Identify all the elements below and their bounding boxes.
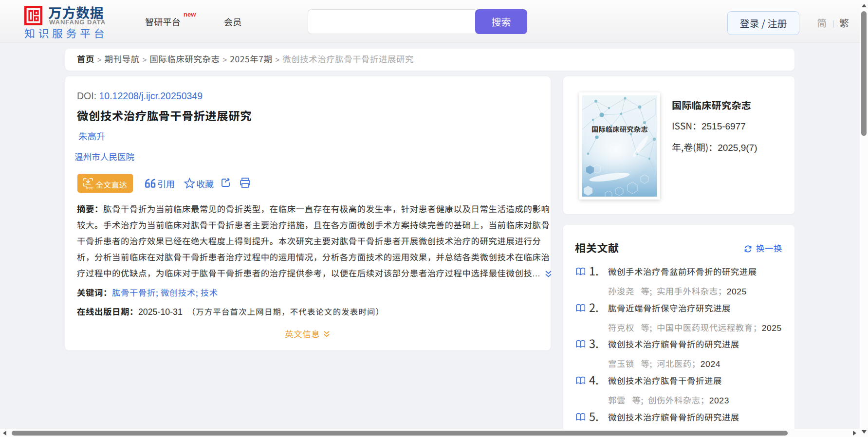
svg-text:free: free bbox=[86, 185, 93, 190]
svg-text:国际临床研究杂志: 国际临床研究杂志 bbox=[591, 124, 648, 134]
